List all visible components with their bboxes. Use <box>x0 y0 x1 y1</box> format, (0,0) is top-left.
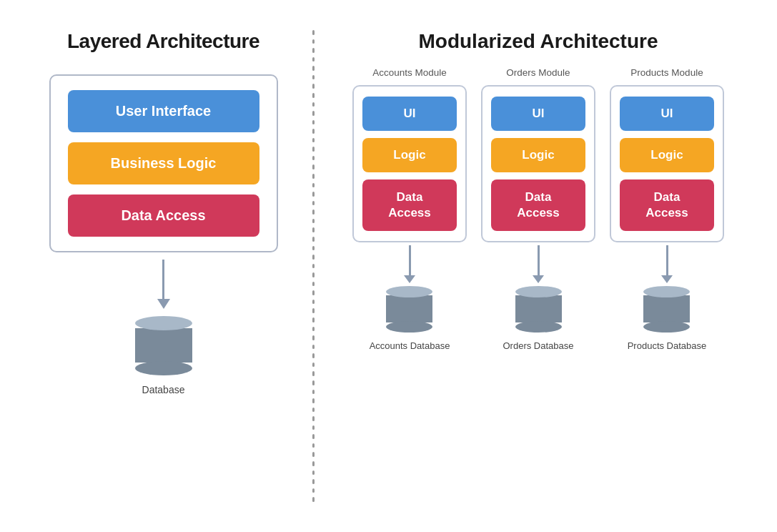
left-arrow <box>157 260 170 309</box>
accounts-db: Accounts Database <box>370 286 450 351</box>
accounts-arrow <box>404 245 415 283</box>
products-arrow <box>661 245 673 283</box>
accounts-ui: UI <box>362 97 457 131</box>
orders-db-label: Orders Database <box>503 340 574 351</box>
accounts-module-box: UI Logic DataAccess <box>352 85 467 242</box>
products-module-box: UI Logic DataAccess <box>610 85 724 242</box>
arrow-line <box>162 260 164 299</box>
products-data: DataAccess <box>620 179 714 231</box>
left-db-label: Database <box>142 384 185 395</box>
cyl-top <box>135 316 192 330</box>
right-section: Modularized Architecture Accounts Module… <box>327 30 750 351</box>
diagram-container: Layered Architecture User Interface Busi… <box>14 9 764 523</box>
modules-row: Accounts Module UI Logic DataAccess <box>352 67 724 351</box>
accounts-db-label: Accounts Database <box>370 340 450 351</box>
divider <box>300 30 327 502</box>
right-title: Modularized Architecture <box>418 30 658 53</box>
arrow-head <box>157 299 170 309</box>
accounts-module-col: Accounts Module UI Logic DataAccess <box>352 67 467 351</box>
left-section: Layered Architecture User Interface Busi… <box>28 30 300 395</box>
orders-db: Orders Database <box>503 286 574 351</box>
products-module-label: Products Module <box>630 67 703 78</box>
accounts-module-label: Accounts Module <box>372 67 447 78</box>
products-logic: Logic <box>620 138 714 172</box>
cyl-body <box>135 328 192 363</box>
orders-module-box: UI Logic DataAccess <box>481 85 595 242</box>
orders-logic: Logic <box>491 138 585 172</box>
orders-arrow <box>533 245 544 283</box>
products-module-col: Products Module UI Logic DataAccess <box>610 67 724 351</box>
layer-ui: User Interface <box>68 90 259 132</box>
accounts-data: DataAccess <box>362 179 457 231</box>
layer-logic: Business Logic <box>68 142 259 184</box>
left-cylinder <box>135 316 192 375</box>
layer-data: Data Access <box>68 194 259 237</box>
orders-cylinder <box>515 286 562 332</box>
orders-module-label: Orders Module <box>506 67 570 78</box>
layered-box: User Interface Business Logic Data Acces… <box>49 74 278 252</box>
left-title: Layered Architecture <box>67 30 259 53</box>
orders-ui: UI <box>491 97 585 131</box>
products-cylinder <box>643 286 690 332</box>
products-db: Products Database <box>628 286 707 351</box>
products-ui: UI <box>620 97 714 131</box>
orders-data: DataAccess <box>491 179 585 231</box>
orders-module-col: Orders Module UI Logic DataAccess <box>481 67 595 351</box>
products-db-label: Products Database <box>628 340 707 351</box>
left-db: Database <box>135 316 192 395</box>
accounts-logic: Logic <box>362 138 457 172</box>
cyl-bottom <box>135 361 192 375</box>
accounts-cylinder <box>386 286 432 332</box>
